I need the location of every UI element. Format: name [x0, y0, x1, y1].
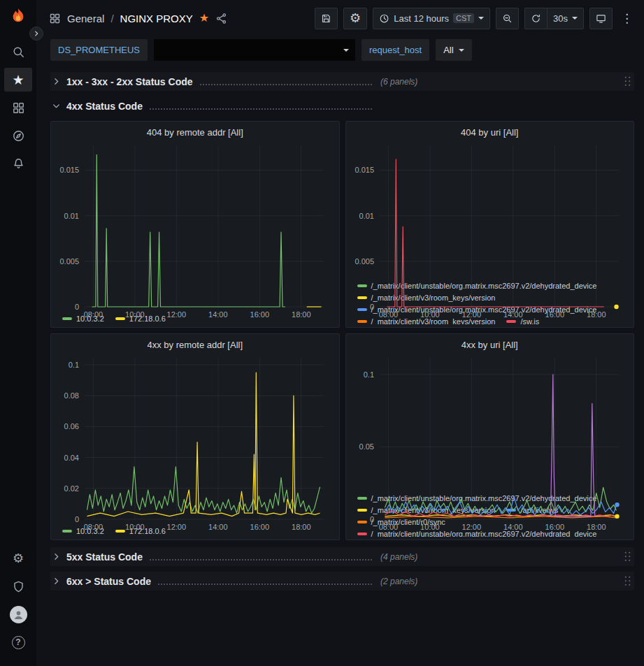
refresh-button[interactable]: [524, 8, 547, 29]
panel-4xx-by-uri: 4xx by uri [All] 08:0010:0012:0014:0016:…: [345, 333, 635, 540]
panel-title[interactable]: 404 by uri [All]: [352, 125, 629, 139]
configuration-gear-icon[interactable]: ⚙: [4, 546, 32, 570]
svg-text:12:00: 12:00: [461, 310, 481, 319]
breadcrumb-section[interactable]: General: [67, 13, 104, 24]
clock-icon: [379, 13, 389, 24]
svg-text:0.1: 0.1: [69, 361, 79, 369]
row-title: 5xx Status Code: [66, 551, 143, 563]
help-icon[interactable]: ?: [4, 630, 32, 654]
dashboard-title[interactable]: NGINX PROXY: [120, 13, 193, 24]
timezone-badge: CST: [453, 13, 474, 23]
dashboard-settings-button[interactable]: ⚙: [343, 8, 367, 29]
dotted-leader: [150, 553, 372, 560]
refresh-interval-picker[interactable]: 30s: [547, 8, 584, 29]
user-avatar[interactable]: [4, 602, 32, 626]
request-host-select[interactable]: All: [436, 39, 471, 61]
svg-text:0.02: 0.02: [64, 484, 79, 493]
star-icon: ★: [12, 73, 24, 87]
svg-text:0.08: 0.08: [64, 391, 79, 400]
svg-text:08:00: 08:00: [378, 310, 398, 319]
panel-404-by-uri: 404 by uri [All] 08:0010:0012:0014:0016:…: [345, 121, 635, 328]
breadcrumb: General / NGINX PROXY ★: [49, 13, 227, 24]
row-drag-handle-icon[interactable]: [624, 75, 631, 87]
refresh-interval-label: 30s: [553, 13, 568, 24]
kebab-menu-icon[interactable]: ⋮: [618, 11, 636, 26]
apps-grid-icon[interactable]: [49, 13, 61, 24]
panel-title[interactable]: 4xx by remote addr [All]: [57, 338, 334, 352]
svg-text:10:00: 10:00: [420, 310, 440, 319]
row-1xx-3xx-2xx-status-code[interactable]: 1xx - 3xx - 2xx Status Code (6 panels): [50, 72, 634, 91]
svg-text:10:00: 10:00: [420, 523, 440, 531]
row-panel-count: (6 panels): [380, 77, 417, 87]
panel-4xx-by-remote-addr: 4xx by remote addr [All] 08:0010:0012:00…: [50, 333, 340, 540]
svg-text:16:00: 16:00: [545, 310, 564, 319]
svg-text:16:00: 16:00: [250, 310, 270, 319]
row-drag-handle-icon[interactable]: [624, 551, 631, 563]
search-icon[interactable]: [4, 40, 32, 64]
grafana-logo-icon[interactable]: [8, 7, 29, 28]
sidebar-toggle-chevron[interactable]: [29, 27, 43, 41]
svg-text:10:00: 10:00: [125, 310, 145, 319]
grafana-app: ★ ⚙ ?: [0, 0, 644, 666]
time-range-picker[interactable]: Last 12 hours CST: [373, 8, 490, 29]
svg-text:0.1: 0.1: [363, 370, 373, 379]
panel-title[interactable]: 404 by remote addr [All]: [57, 125, 334, 139]
share-icon[interactable]: [215, 13, 227, 24]
server-admin-shield-icon[interactable]: [4, 574, 32, 598]
header-toolbar: ⚙ Last 12 hours CST 30s: [315, 8, 636, 29]
datasource-variable-select[interactable]: [154, 39, 355, 61]
question-icon: ?: [12, 636, 25, 649]
row-4xx-status-code[interactable]: 4xx Status Code: [50, 96, 634, 115]
save-dashboard-button[interactable]: [315, 8, 338, 29]
redacted-value: [154, 39, 343, 61]
gear-icon: ⚙: [350, 12, 361, 24]
chevron-down-icon: [572, 17, 578, 20]
kebab-glyph: ⋮: [621, 12, 633, 25]
svg-text:12:00: 12:00: [461, 523, 481, 531]
datasource-variable-label[interactable]: DS_PROMETHEUS: [50, 39, 148, 61]
svg-text:16:00: 16:00: [545, 523, 564, 531]
svg-text:0: 0: [75, 303, 79, 311]
starred-dashboards-icon[interactable]: ★: [4, 68, 32, 92]
time-series-plot[interactable]: 08:0010:0012:0014:0016:0018:0000.050.1: [352, 352, 629, 492]
row-drag-handle-icon[interactable]: [624, 575, 631, 587]
explore-compass-icon[interactable]: [4, 124, 32, 147]
template-variables-bar: DS_PROMETHEUS request_host All: [36, 36, 644, 68]
time-series-plot[interactable]: 08:0010:0012:0014:0016:0018:0000.0050.01…: [57, 139, 334, 312]
svg-text:0.005: 0.005: [59, 257, 79, 266]
favorite-star-icon[interactable]: ★: [199, 13, 209, 24]
svg-text:08:00: 08:00: [84, 310, 103, 319]
svg-text:14:00: 14:00: [208, 523, 228, 531]
panel-title[interactable]: 4xx by uri [All]: [352, 338, 629, 352]
zoom-out-button[interactable]: [496, 8, 519, 29]
chevron-right-icon: [52, 552, 61, 561]
chevron-right-icon: [52, 77, 61, 86]
time-series-plot[interactable]: 08:0010:0012:0014:0016:0018:0000.0050.01…: [352, 139, 629, 280]
refresh-group: 30s: [524, 8, 584, 29]
dashboard-header: General / NGINX PROXY ★ ⚙ Last 12 hours: [36, 0, 644, 36]
svg-text:0.01: 0.01: [64, 212, 79, 220]
chevron-down-icon: [343, 49, 349, 52]
dashboard-body: 1xx - 3xx - 2xx Status Code (6 panels) 4…: [36, 68, 644, 666]
dotted-leader: [150, 103, 372, 110]
svg-text:0.015: 0.015: [59, 166, 79, 174]
dotted-leader: [158, 578, 372, 585]
row-6xx-status-code[interactable]: 6xx > Status Code (2 panels): [50, 572, 634, 591]
row-panel-count: (2 panels): [380, 577, 417, 586]
svg-text:0.04: 0.04: [64, 454, 79, 462]
alerting-bell-icon[interactable]: [4, 152, 32, 175]
chevron-down-icon: [52, 101, 61, 110]
panel-404-by-remote-addr: 404 by remote addr [All] 08:0010:0012:00…: [50, 121, 340, 328]
dashboards-icon[interactable]: [4, 96, 32, 120]
svg-text:0.005: 0.005: [355, 257, 374, 266]
svg-text:0.06: 0.06: [64, 422, 79, 430]
request-host-variable-label[interactable]: request_host: [362, 39, 429, 61]
panels-grid: 404 by remote addr [All] 08:0010:0012:00…: [50, 121, 634, 540]
time-series-plot[interactable]: 08:0010:0012:0014:0016:0018:0000.020.040…: [57, 352, 334, 525]
tv-mode-button[interactable]: [589, 8, 613, 29]
row-5xx-status-code[interactable]: 5xx Status Code (4 panels): [50, 547, 634, 566]
svg-text:16:00: 16:00: [250, 523, 270, 531]
gear-icon: ⚙: [13, 552, 24, 565]
breadcrumb-separator: /: [110, 13, 113, 24]
sidebar: ★ ⚙ ?: [0, 0, 36, 666]
